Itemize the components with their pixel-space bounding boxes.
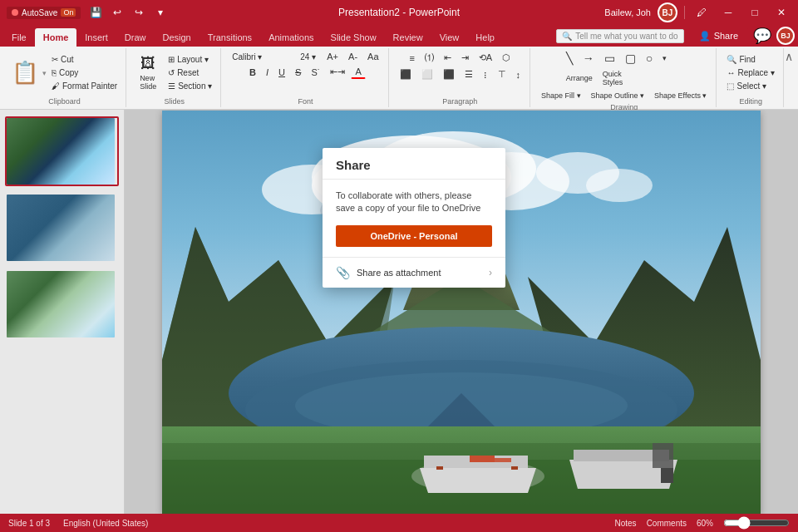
underline-button[interactable]: U xyxy=(274,66,289,79)
align-left-button[interactable]: ⬛ xyxy=(396,67,416,81)
replace-label: Replace ▾ xyxy=(737,68,774,77)
share-icon: 👤 xyxy=(699,31,711,42)
line-spacing-button[interactable]: ↕ xyxy=(512,68,525,81)
ribbon-display-options[interactable]: 🖊 xyxy=(692,2,712,22)
share-as-attachment-row[interactable]: 📎 Share as attachment › xyxy=(323,257,505,288)
shape-fill-button[interactable]: Shape Fill ▾ xyxy=(537,90,585,101)
save-button[interactable]: 💾 xyxy=(86,2,106,22)
tab-file[interactable]: File xyxy=(3,28,35,47)
share-attachment-label: Share as attachment xyxy=(357,268,482,278)
redo-button[interactable]: ↪ xyxy=(129,2,149,22)
arrow-shape[interactable]: → xyxy=(579,50,598,66)
align-center-button[interactable]: ⬜ xyxy=(417,67,437,81)
decrease-font-button[interactable]: A- xyxy=(344,50,362,63)
search-icon: 🔍 xyxy=(562,32,572,41)
section-button[interactable]: ☰ Section ▾ xyxy=(165,80,215,92)
arrange-button[interactable]: Arrange xyxy=(562,72,597,84)
font-content: Calibri ▾ 24 ▾ A+ A- Aa B I U S S˙ ⇤⇥ A xyxy=(228,50,382,96)
quick-styles-button[interactable]: QuickStyles xyxy=(598,68,628,88)
bullets-button[interactable]: ≡ xyxy=(405,52,418,65)
shape-effects-button[interactable]: Shape Effects ▾ xyxy=(650,90,711,101)
columns-button[interactable]: ⫶ xyxy=(479,68,492,81)
decrease-indent-button[interactable]: ⇤ xyxy=(440,51,456,65)
close-button[interactable]: ✕ xyxy=(771,2,791,22)
convert-smartart-button[interactable]: ⬡ xyxy=(498,51,515,65)
increase-indent-button[interactable]: ⇥ xyxy=(457,51,473,65)
shape-effects-row: Shape Fill ▾ Shape Outline ▾ Shape Effec… xyxy=(537,90,711,101)
tab-design[interactable]: Design xyxy=(154,28,199,47)
italic-button[interactable]: I xyxy=(262,66,273,79)
tab-slideshow[interactable]: Slide Show xyxy=(323,28,385,47)
layout-button[interactable]: ⊞ Layout ▾ xyxy=(165,53,215,66)
tab-review[interactable]: Review xyxy=(385,28,431,47)
copy-button[interactable]: ⎘ Copy xyxy=(48,66,121,79)
tab-view[interactable]: View xyxy=(431,28,468,47)
para-row1: ≡ ⑴ ⇤ ⇥ ⟲A ⬡ xyxy=(405,50,515,66)
slide-thumbnail-2[interactable]: 2 xyxy=(5,193,119,263)
tab-draw[interactable]: Draw xyxy=(116,28,155,47)
notes-button[interactable]: Notes xyxy=(615,519,637,528)
restore-button[interactable]: □ xyxy=(745,2,765,22)
line-shape[interactable]: ╲ xyxy=(562,50,577,66)
slide-thumbnail-1[interactable]: 1 xyxy=(5,116,119,186)
rounded-rect-shape[interactable]: ▢ xyxy=(621,50,640,66)
svg-rect-25 xyxy=(470,456,495,462)
font-family-selector[interactable]: Calibri ▾ xyxy=(228,51,294,63)
numbering-button[interactable]: ⑴ xyxy=(421,50,438,66)
tab-animations[interactable]: Animations xyxy=(260,28,322,47)
find-button[interactable]: 🔍 Find xyxy=(723,53,777,66)
text-direction-button[interactable]: ⟲A xyxy=(475,51,496,65)
paste-dropdown[interactable]: ▾ xyxy=(42,69,47,77)
font-row1: Calibri ▾ 24 ▾ A+ A- Aa xyxy=(228,50,382,63)
onedrive-button[interactable]: OneDrive - Personal xyxy=(336,225,492,247)
clipboard-content: 📋 ▾ ✂ Cut ⎘ Copy 🖌 Format Painter xyxy=(8,50,121,96)
share-popup-description: To collaborate with others, please save … xyxy=(336,190,492,215)
undo-redo-group: 💾 ↩ ↪ ▾ xyxy=(86,2,170,22)
more-shapes[interactable]: ▾ xyxy=(658,52,671,64)
nav-user-avatar[interactable]: BJ xyxy=(776,27,795,45)
undo-button[interactable]: ↩ xyxy=(107,2,127,22)
char-spacing-button[interactable]: ⇤⇥ xyxy=(326,65,349,79)
search-bar[interactable]: 🔍 Tell me what you want to do xyxy=(556,29,683,43)
tab-home[interactable]: Home xyxy=(35,28,77,47)
user-profile-button[interactable]: BJ xyxy=(776,27,795,45)
customize-qa-button[interactable]: ▾ xyxy=(150,2,170,22)
new-slide-button[interactable]: 🖼 NewSlide xyxy=(133,52,163,93)
align-text-button[interactable]: ⊤ xyxy=(494,67,510,81)
reset-label: Reset xyxy=(177,68,199,77)
editing-label: Editing xyxy=(739,96,762,106)
autosave-indicator[interactable]: AutoSave On xyxy=(7,7,81,19)
tab-transitions[interactable]: Transitions xyxy=(200,28,260,47)
shape-outline-button[interactable]: Shape Outline ▾ xyxy=(587,90,649,101)
text-shadow-button[interactable]: S˙ xyxy=(307,66,324,79)
tab-insert[interactable]: Insert xyxy=(76,28,116,47)
align-right-button[interactable]: ⬛ xyxy=(439,67,459,81)
increase-font-button[interactable]: A+ xyxy=(323,50,342,63)
slide-thumbnail-3[interactable]: 3 xyxy=(5,269,119,339)
minimize-button[interactable]: ─ xyxy=(718,2,738,22)
paste-button[interactable]: 📋 xyxy=(8,58,42,87)
paragraph-group: ≡ ⑴ ⇤ ⇥ ⟲A ⬡ ⬛ ⬜ ⬛ ☰ ⫶ ⊤ ↕ Paragraph xyxy=(391,48,531,107)
user-avatar[interactable]: BJ xyxy=(658,2,677,22)
clear-format-button[interactable]: Aa xyxy=(363,50,382,63)
zoom-slider[interactable] xyxy=(723,516,790,530)
select-button[interactable]: ⬚ Select ▾ xyxy=(723,80,777,92)
collapse-ribbon-button[interactable]: ∧ xyxy=(785,50,793,63)
font-color-button[interactable]: A xyxy=(351,65,365,79)
comments-button[interactable]: 💬 xyxy=(753,27,771,45)
cut-button[interactable]: ✂ Cut xyxy=(48,53,121,66)
strikethrough-button[interactable]: S xyxy=(291,66,305,79)
comments-button[interactable]: Comments xyxy=(647,519,687,528)
font-row2: B I U S S˙ ⇤⇥ A xyxy=(245,65,366,79)
share-popup: Share To collaborate with others, please… xyxy=(323,148,505,288)
tab-help[interactable]: Help xyxy=(467,28,503,47)
share-button[interactable]: 👤 Share xyxy=(689,27,748,45)
format-painter-button[interactable]: 🖌 Format Painter xyxy=(48,80,121,92)
bold-button[interactable]: B xyxy=(245,66,260,79)
replace-button[interactable]: ↔ Replace ▾ xyxy=(723,66,777,79)
reset-button[interactable]: ↺ Reset xyxy=(165,66,215,79)
oval-shape[interactable]: ○ xyxy=(642,50,657,66)
justify-button[interactable]: ☰ xyxy=(461,67,477,81)
rect-shape[interactable]: ▭ xyxy=(600,50,619,66)
font-size-selector[interactable]: 24 ▾ xyxy=(296,51,321,63)
